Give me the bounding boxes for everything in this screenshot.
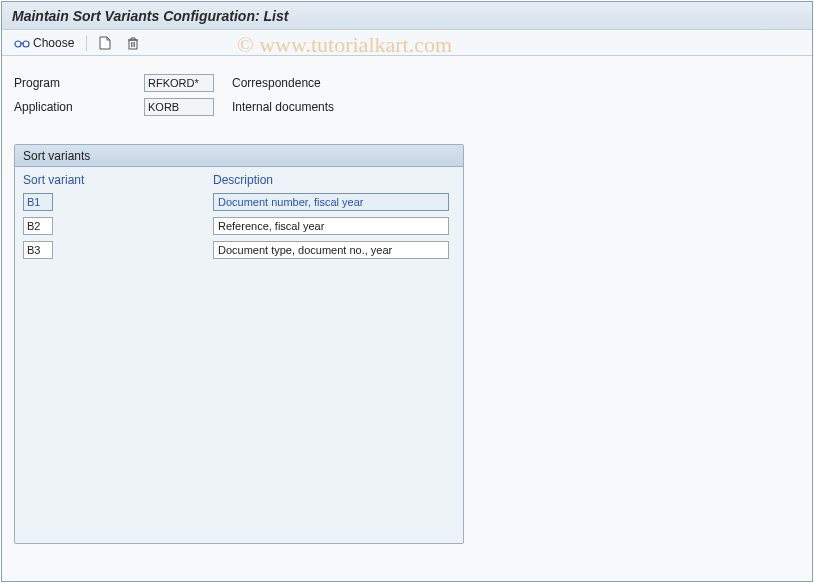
meta-row-program: Program RFKORD* Correspondence	[14, 72, 800, 94]
application-label: Application	[14, 100, 144, 114]
col-header-desc: Description	[213, 173, 455, 187]
titlebar: Maintain Sort Variants Configuration: Li…	[2, 2, 812, 30]
trash-icon	[127, 36, 139, 50]
variant-cell[interactable]: B2	[23, 217, 53, 235]
meta-row-application: Application KORB Internal documents	[14, 96, 800, 118]
desc-cell[interactable]: Reference, fiscal year	[213, 217, 449, 235]
document-icon	[99, 36, 111, 50]
desc-cell[interactable]: Document type, document no., year	[213, 241, 449, 259]
choose-button[interactable]: Choose	[10, 34, 78, 52]
sort-variants-panel: Sort variants Sort variant Description B…	[14, 144, 464, 544]
svg-point-0	[15, 41, 21, 47]
create-button[interactable]	[95, 34, 115, 52]
program-label: Program	[14, 76, 144, 90]
table-row[interactable]: B1 Document number, fiscal year	[23, 191, 455, 213]
desc-cell[interactable]: Document number, fiscal year	[213, 193, 449, 211]
table-row[interactable]: B3 Document type, document no., year	[23, 239, 455, 261]
glasses-icon	[14, 37, 30, 49]
column-headers: Sort variant Description	[23, 173, 455, 187]
app-window: © www.tutorialkart.com Maintain Sort Var…	[1, 1, 813, 582]
program-desc: Correspondence	[232, 76, 321, 90]
page-title: Maintain Sort Variants Configuration: Li…	[12, 8, 288, 24]
table-row[interactable]: B2 Reference, fiscal year	[23, 215, 455, 237]
col-header-variant: Sort variant	[23, 173, 213, 187]
content-area: Program RFKORD* Correspondence Applicati…	[2, 56, 812, 560]
toolbar-separator	[86, 35, 87, 51]
panel-header: Sort variants	[15, 145, 463, 167]
svg-point-1	[23, 41, 29, 47]
variant-cell[interactable]: B3	[23, 241, 53, 259]
application-desc: Internal documents	[232, 100, 334, 114]
application-field[interactable]: KORB	[144, 98, 214, 116]
delete-button[interactable]	[123, 34, 143, 52]
panel-body: Sort variant Description B1 Document num…	[15, 167, 463, 271]
program-field[interactable]: RFKORD*	[144, 74, 214, 92]
variant-cell[interactable]: B1	[23, 193, 53, 211]
toolbar: Choose	[2, 30, 812, 56]
choose-label: Choose	[33, 36, 74, 50]
